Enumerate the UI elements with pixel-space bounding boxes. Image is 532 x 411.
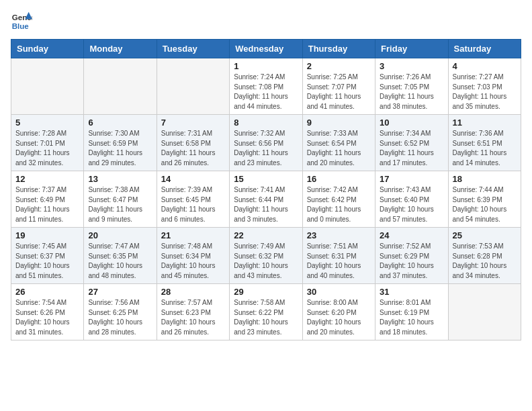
weekday-header-thursday: Thursday [302, 40, 375, 58]
weekday-header-saturday: Saturday [448, 40, 521, 58]
day-info: Sunrise: 7:33 AM Sunset: 6:54 PM Dayligh… [307, 129, 371, 168]
day-number: 24 [380, 230, 443, 240]
day-info: Sunrise: 7:39 AM Sunset: 6:45 PM Dayligh… [161, 185, 225, 224]
day-info: Sunrise: 7:52 AM Sunset: 6:29 PM Dayligh… [380, 242, 443, 281]
day-info: Sunrise: 7:25 AM Sunset: 7:07 PM Dayligh… [307, 73, 371, 111]
day-info: Sunrise: 7:45 AM Sunset: 6:37 PM Dayligh… [15, 242, 79, 281]
calendar-cell: 23Sunrise: 7:51 AM Sunset: 6:31 PM Dayli… [302, 228, 375, 284]
day-info: Sunrise: 7:27 AM Sunset: 7:03 PM Dayligh… [453, 73, 517, 111]
day-number: 23 [307, 230, 371, 240]
day-info: Sunrise: 7:51 AM Sunset: 6:31 PM Dayligh… [307, 242, 371, 281]
day-number: 26 [15, 287, 79, 297]
day-number: 12 [15, 174, 79, 184]
day-info: Sunrise: 7:42 AM Sunset: 6:42 PM Dayligh… [307, 185, 371, 224]
day-info: Sunrise: 7:48 AM Sunset: 6:34 PM Dayligh… [161, 242, 225, 281]
day-info: Sunrise: 7:53 AM Sunset: 6:28 PM Dayligh… [453, 242, 517, 281]
calendar-cell: 2Sunrise: 7:25 AM Sunset: 7:07 PM Daylig… [302, 58, 375, 115]
day-number: 5 [15, 118, 79, 128]
day-info: Sunrise: 7:36 AM Sunset: 6:51 PM Dayligh… [453, 129, 517, 168]
calendar-cell: 21Sunrise: 7:48 AM Sunset: 6:34 PM Dayli… [157, 228, 229, 284]
calendar-cell: 8Sunrise: 7:32 AM Sunset: 6:56 PM Daylig… [230, 115, 302, 171]
day-number: 13 [88, 174, 152, 184]
calendar-cell: 27Sunrise: 7:56 AM Sunset: 6:25 PM Dayli… [84, 284, 157, 340]
calendar-cell: 12Sunrise: 7:37 AM Sunset: 6:49 PM Dayli… [11, 171, 84, 228]
calendar-cell: 6Sunrise: 7:30 AM Sunset: 6:59 PM Daylig… [84, 115, 157, 171]
day-number: 7 [161, 118, 225, 128]
calendar-cell: 20Sunrise: 7:47 AM Sunset: 6:35 PM Dayli… [84, 228, 157, 284]
day-info: Sunrise: 7:49 AM Sunset: 6:32 PM Dayligh… [234, 242, 298, 281]
calendar-cell [448, 284, 521, 340]
day-info: Sunrise: 7:58 AM Sunset: 6:22 PM Dayligh… [234, 298, 298, 337]
calendar-cell: 24Sunrise: 7:52 AM Sunset: 6:29 PM Dayli… [375, 228, 448, 284]
calendar-cell [157, 58, 229, 115]
day-number: 11 [453, 118, 517, 128]
day-number: 10 [380, 118, 443, 128]
calendar-cell: 16Sunrise: 7:42 AM Sunset: 6:42 PM Dayli… [302, 171, 375, 228]
day-number: 9 [307, 118, 371, 128]
weekday-header-wednesday: Wednesday [230, 40, 302, 58]
calendar-cell: 22Sunrise: 7:49 AM Sunset: 6:32 PM Dayli… [230, 228, 302, 284]
day-number: 22 [234, 230, 298, 240]
day-info: Sunrise: 7:30 AM Sunset: 6:59 PM Dayligh… [88, 129, 152, 168]
day-number: 18 [453, 174, 517, 184]
calendar-cell: 5Sunrise: 7:28 AM Sunset: 7:01 PM Daylig… [11, 115, 84, 171]
day-info: Sunrise: 7:28 AM Sunset: 7:01 PM Dayligh… [15, 129, 79, 168]
calendar-cell: 31Sunrise: 8:01 AM Sunset: 6:19 PM Dayli… [375, 284, 448, 340]
day-info: Sunrise: 7:37 AM Sunset: 6:49 PM Dayligh… [15, 185, 79, 224]
day-number: 30 [307, 287, 371, 297]
page-header: General Blue [11, 11, 521, 32]
calendar-cell: 9Sunrise: 7:33 AM Sunset: 6:54 PM Daylig… [302, 115, 375, 171]
day-info: Sunrise: 7:43 AM Sunset: 6:40 PM Dayligh… [380, 185, 443, 224]
day-number: 17 [380, 174, 443, 184]
day-number: 25 [453, 230, 517, 240]
day-number: 15 [234, 174, 298, 184]
day-info: Sunrise: 7:41 AM Sunset: 6:44 PM Dayligh… [234, 185, 298, 224]
day-info: Sunrise: 7:31 AM Sunset: 6:58 PM Dayligh… [161, 129, 225, 168]
calendar-cell: 26Sunrise: 7:54 AM Sunset: 6:26 PM Dayli… [11, 284, 84, 340]
day-info: Sunrise: 7:56 AM Sunset: 6:25 PM Dayligh… [88, 298, 152, 337]
calendar-cell [84, 58, 157, 115]
calendar-cell: 3Sunrise: 7:26 AM Sunset: 7:05 PM Daylig… [375, 58, 448, 115]
calendar-cell: 15Sunrise: 7:41 AM Sunset: 6:44 PM Dayli… [230, 171, 302, 228]
day-info: Sunrise: 7:57 AM Sunset: 6:23 PM Dayligh… [161, 298, 225, 337]
day-number: 16 [307, 174, 371, 184]
day-number: 27 [88, 287, 152, 297]
calendar-cell: 1Sunrise: 7:24 AM Sunset: 7:08 PM Daylig… [230, 58, 302, 115]
calendar-cell: 10Sunrise: 7:34 AM Sunset: 6:52 PM Dayli… [375, 115, 448, 171]
day-info: Sunrise: 7:24 AM Sunset: 7:08 PM Dayligh… [234, 73, 298, 111]
day-number: 2 [307, 61, 371, 71]
day-number: 3 [380, 61, 443, 71]
calendar-cell: 19Sunrise: 7:45 AM Sunset: 6:37 PM Dayli… [11, 228, 84, 284]
day-info: Sunrise: 7:44 AM Sunset: 6:39 PM Dayligh… [453, 185, 517, 224]
weekday-header-monday: Monday [84, 40, 157, 58]
calendar-cell: 14Sunrise: 7:39 AM Sunset: 6:45 PM Dayli… [157, 171, 229, 228]
day-number: 31 [380, 287, 443, 297]
day-info: Sunrise: 7:32 AM Sunset: 6:56 PM Dayligh… [234, 129, 298, 168]
day-number: 19 [15, 230, 79, 240]
calendar-cell: 13Sunrise: 7:38 AM Sunset: 6:47 PM Dayli… [84, 171, 157, 228]
day-number: 29 [234, 287, 298, 297]
logo-icon: General Blue [11, 11, 32, 32]
day-number: 20 [88, 230, 152, 240]
calendar-cell: 25Sunrise: 7:53 AM Sunset: 6:28 PM Dayli… [448, 228, 521, 284]
day-info: Sunrise: 7:26 AM Sunset: 7:05 PM Dayligh… [380, 73, 443, 111]
day-info: Sunrise: 7:54 AM Sunset: 6:26 PM Dayligh… [15, 298, 79, 337]
calendar-cell: 18Sunrise: 7:44 AM Sunset: 6:39 PM Dayli… [448, 171, 521, 228]
day-info: Sunrise: 7:38 AM Sunset: 6:47 PM Dayligh… [88, 185, 152, 224]
day-number: 4 [453, 61, 517, 71]
day-number: 6 [88, 118, 152, 128]
day-info: Sunrise: 8:01 AM Sunset: 6:19 PM Dayligh… [380, 298, 443, 337]
calendar-cell: 17Sunrise: 7:43 AM Sunset: 6:40 PM Dayli… [375, 171, 448, 228]
day-number: 14 [161, 174, 225, 184]
calendar-cell: 7Sunrise: 7:31 AM Sunset: 6:58 PM Daylig… [157, 115, 229, 171]
weekday-header-sunday: Sunday [11, 40, 84, 58]
day-number: 21 [161, 230, 225, 240]
calendar-cell: 4Sunrise: 7:27 AM Sunset: 7:03 PM Daylig… [448, 58, 521, 115]
calendar-cell: 29Sunrise: 7:58 AM Sunset: 6:22 PM Dayli… [230, 284, 302, 340]
day-number: 28 [161, 287, 225, 297]
calendar-cell: 11Sunrise: 7:36 AM Sunset: 6:51 PM Dayli… [448, 115, 521, 171]
day-number: 8 [234, 118, 298, 128]
weekday-header-tuesday: Tuesday [157, 40, 229, 58]
calendar-cell [11, 58, 84, 115]
calendar-table: SundayMondayTuesdayWednesdayThursdayFrid… [11, 39, 521, 340]
